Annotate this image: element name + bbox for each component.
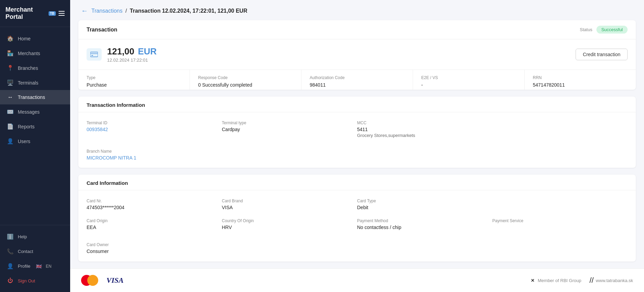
sidebar-item-merchants[interactable]: 🏪 Merchants xyxy=(0,46,70,61)
branches-icon: 📍 xyxy=(7,65,14,71)
terminals-icon: 🖥️ xyxy=(7,79,14,86)
transaction-info-grid: Terminal ID 00935842 Terminal type Cardp… xyxy=(78,112,636,168)
sidebar-item-profile[interactable]: 👤 Profile 🇬🇧 EN xyxy=(0,259,70,274)
status-label: Status xyxy=(580,27,592,32)
hamburger-menu[interactable] xyxy=(59,11,65,16)
sidebar-item-label: Contact xyxy=(18,249,33,254)
messages-icon: ✉️ xyxy=(7,109,14,115)
field-response-code: Response Code 0 Successfully completed xyxy=(190,70,301,90)
card-owner-cell: Card Owner Consumer xyxy=(87,242,222,259)
info-terminal-id: Terminal ID 00935842 xyxy=(87,118,222,143)
sidebar-item-reports[interactable]: 📄 Reports xyxy=(0,119,70,134)
svg-rect-1 xyxy=(90,53,98,54)
info-terminal-type-value: Cardpay xyxy=(222,127,349,132)
amount-number: 121,00 xyxy=(107,46,134,56)
logo-text: Merchant Portal xyxy=(5,6,46,21)
sidebar-item-signout[interactable]: ⏻ Sign Out xyxy=(0,274,70,288)
sidebar-item-users[interactable]: 👤 Users xyxy=(0,134,70,149)
info-branch-value[interactable]: MICROCOMP NITRA 1 xyxy=(87,155,619,161)
info-branch-name: Branch Name MICROCOMP NITRA 1 xyxy=(87,146,628,166)
card-nr-cell: Card Nr. 474503******2004 xyxy=(87,196,222,216)
sidebar-nav: 🏠 Home 🏪 Merchants 📍 Branches 🖥️ Termina… xyxy=(0,27,70,225)
visa-logo: VISA xyxy=(106,276,124,285)
card-brand-value: VISA xyxy=(222,205,349,210)
field-rrn: RRN 547147820011 xyxy=(525,70,636,90)
info-terminal-id-value[interactable]: 00935842 xyxy=(87,127,214,132)
card-type-value: Debit xyxy=(357,205,484,210)
amount-value: 121,00 EUR xyxy=(107,46,157,57)
home-icon: 🏠 xyxy=(7,35,14,42)
sidebar-item-help[interactable]: ℹ️ Help xyxy=(0,229,70,244)
contact-icon: 📞 xyxy=(7,248,14,255)
rbi-text: Member of RBI Group xyxy=(538,278,581,283)
field-auth-label: Authorization Code xyxy=(310,75,404,80)
sidebar-item-home[interactable]: 🏠 Home xyxy=(0,31,70,46)
breadcrumb-separator: / xyxy=(125,8,127,14)
sidebar-item-label: Messages xyxy=(18,109,40,115)
field-type-label: Type xyxy=(87,75,181,80)
card-owner-row: Card Owner Consumer xyxy=(78,242,636,262)
breadcrumb: Transactions / Transaction 12.02.2024, 1… xyxy=(91,8,247,14)
card-owner-label: Card Owner xyxy=(87,242,214,247)
transaction-info-title: Transaction Information xyxy=(78,97,636,112)
credit-transaction-button[interactable]: Credit transaction xyxy=(576,49,628,60)
info-terminal-id-label: Terminal ID xyxy=(87,120,214,125)
amount-block: 121,00 EUR 12.02.2024 17:22:01 xyxy=(107,46,157,63)
sidebar-item-terminals[interactable]: 🖥️ Terminals xyxy=(0,75,70,90)
transaction-info-card: Transaction Information Terminal ID 0093… xyxy=(78,97,636,168)
svg-rect-2 xyxy=(91,55,93,56)
svg-rect-0 xyxy=(90,52,98,57)
info-terminal-type: Terminal type Cardpay xyxy=(222,118,357,143)
sidebar-item-branches[interactable]: 📍 Branches xyxy=(0,61,70,75)
breadcrumb-current: Transaction 12.02.2024, 17:22:01, 121,00… xyxy=(130,8,247,14)
card-placeholder xyxy=(492,196,628,216)
merchants-icon: 🏪 xyxy=(7,50,14,56)
breadcrumb-link[interactable]: Transactions xyxy=(91,8,123,14)
card-info-grid: Card Nr. 474503******2004 Card Brand VIS… xyxy=(78,190,636,242)
sidebar-item-label: Branches xyxy=(18,65,38,71)
footer-right: ✕ Member of RBI Group // www.tatrabanka.… xyxy=(531,276,633,285)
rbi-group: ✕ Member of RBI Group xyxy=(531,278,581,283)
card-origin-cell: Card Origin EEA xyxy=(87,216,222,236)
logo-tb-badge: TB xyxy=(49,11,56,16)
field-rrn-label: RRN xyxy=(533,75,628,80)
card-origin-value: EEA xyxy=(87,225,214,230)
mcc-description: Grocery Stores,supermarkets xyxy=(357,133,484,138)
tatrabanka-url: www.tatrabanka.sk xyxy=(596,278,633,283)
payment-service-label: Payment Service xyxy=(492,218,619,223)
sidebar-logo: Merchant Portal TB xyxy=(0,0,70,27)
mastercard-logo xyxy=(81,275,98,286)
field-auth-code: Authorization Code 984011 xyxy=(301,70,413,90)
lang-code: EN xyxy=(46,264,52,269)
card-type-label: Card Type xyxy=(357,199,484,203)
card-owner-value: Consumer xyxy=(87,249,214,254)
sidebar-bottom: ℹ️ Help 📞 Contact 👤 Profile 🇬🇧 EN ⏻ Sign… xyxy=(0,225,70,292)
field-auth-value: 984011 xyxy=(310,82,404,88)
sidebar-item-transactions[interactable]: ↔️ Transactions xyxy=(0,90,70,104)
status-badge: Successful xyxy=(596,26,628,34)
payment-method-cell: Payment Method No contactless / chip xyxy=(357,216,492,236)
sidebar-item-messages[interactable]: ✉️ Messages xyxy=(0,104,70,119)
field-e2e: E2E / VS - xyxy=(413,70,525,90)
field-rrn-value: 547147820011 xyxy=(533,82,628,88)
country-of-origin-cell: Country Of Origin HRV xyxy=(222,216,357,236)
card-brand-label: Card Brand xyxy=(222,199,349,203)
signout-icon: ⏻ xyxy=(7,278,14,284)
reports-icon: 📄 xyxy=(7,123,14,130)
info-terminal-type-label: Terminal type xyxy=(222,120,349,125)
users-icon: 👤 xyxy=(7,138,14,144)
card-info-card: Card Information Card Nr. 474503******20… xyxy=(78,175,636,262)
footer: VISA ✕ Member of RBI Group // www.tatrab… xyxy=(70,268,644,292)
sidebar-item-contact[interactable]: 📞 Contact xyxy=(0,244,70,259)
card-nr-value: 474503******2004 xyxy=(87,205,214,210)
transaction-card-title: Transaction xyxy=(87,27,117,33)
back-button[interactable]: ← xyxy=(81,7,88,15)
field-e2e-value: - xyxy=(421,82,516,88)
rbi-x-icon: ✕ xyxy=(531,278,534,283)
sidebar-item-label: Terminals xyxy=(18,80,38,86)
sidebar-item-label: Transactions xyxy=(18,94,45,100)
page-header: ← Transactions / Transaction 12.02.2024,… xyxy=(70,0,644,20)
transaction-card: Transaction Status Successful 121,00 xyxy=(78,20,636,90)
card-origin-label: Card Origin xyxy=(87,218,214,223)
field-type-value: Purchase xyxy=(87,82,181,88)
